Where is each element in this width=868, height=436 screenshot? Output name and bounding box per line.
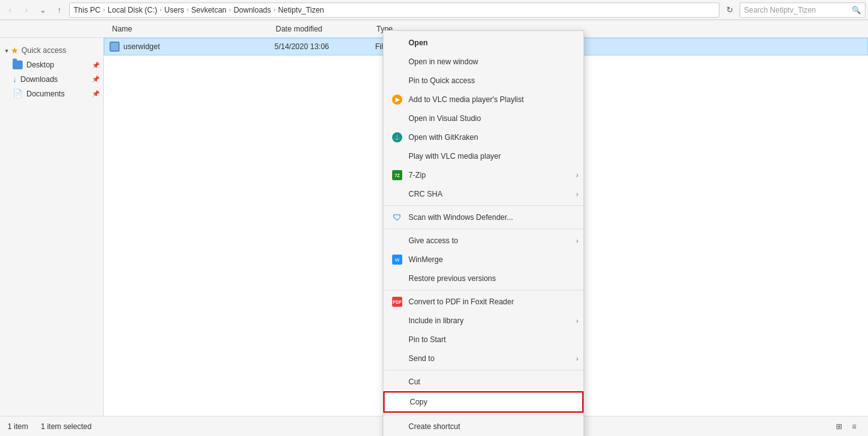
pin-icon-desktop: 📌 — [92, 62, 99, 69]
convert_pdf-label: Convert to PDF in Foxit Reader — [409, 297, 573, 306]
menu-separator-after-restore_versions — [383, 290, 583, 290]
menu-separator-after-copy — [383, 415, 583, 415]
breadcrumb-localdisk: Local Disk (C:) — [108, 6, 157, 14]
menu-item-cut[interactable]: Cut — [383, 372, 583, 391]
menu-item-add_vlc_playlist[interactable]: ▶Add to VLC media player's Playlist — [383, 90, 583, 109]
menu-item-open_visual_studio[interactable]: Open in Visual Studio — [383, 109, 583, 128]
sep2: › — [160, 6, 162, 13]
folder-icon-desktop — [13, 60, 23, 69]
pin-icon-documents: 📌 — [92, 90, 99, 97]
copy-icon — [392, 396, 405, 408]
pin_start-label: Pin to Start — [409, 335, 573, 344]
forward-button[interactable]: › — [19, 3, 34, 18]
menu-item-open_new_window[interactable]: Open in new window — [383, 52, 583, 71]
breadcrumb-sevketcan: Sevketcan — [191, 6, 227, 14]
menu-item-create_shortcut[interactable]: Create shortcut — [383, 417, 583, 436]
send_to-label: Send to — [409, 354, 573, 363]
send_to-submenu-arrow: › — [576, 355, 578, 362]
menu-item-crc_sha[interactable]: CRC SHA› — [383, 185, 583, 204]
pin-icon-downloads: 📌 — [92, 76, 99, 83]
back-button[interactable]: ‹ — [3, 3, 18, 18]
chevron-down-icon: ▾ — [5, 47, 8, 54]
search-bar[interactable]: Search Netiptv_Tizen 🔍 — [740, 3, 865, 18]
include_library-submenu-arrow: › — [576, 317, 578, 324]
sep4: › — [229, 6, 231, 13]
open_gitkraken-label: Open with GitKraken — [409, 133, 573, 142]
file-date: 5/14/2020 13:06 — [274, 42, 375, 51]
convert_pdf-icon: PDF — [391, 295, 403, 308]
menu-item-convert_pdf[interactable]: PDFConvert to PDF in Foxit Reader — [383, 292, 583, 311]
thumbnail-view-button[interactable]: ⊞ — [833, 420, 845, 433]
download-icon: ↓ — [13, 74, 17, 84]
crc_sha-icon — [391, 188, 403, 200]
restore_versions-label: Restore previous versions — [409, 274, 573, 283]
vlc-icon: ▶ — [392, 95, 402, 105]
open_visual_studio-icon — [391, 112, 403, 125]
menu-item-open[interactable]: Open — [383, 33, 583, 52]
create_shortcut-icon — [391, 420, 403, 433]
open_gitkraken-icon: ⚓ — [391, 131, 403, 144]
menu-item-restore_versions[interactable]: Restore previous versions — [383, 269, 583, 288]
quick-access-label: Quick access — [21, 46, 66, 55]
item-count: 1 item — [8, 422, 28, 431]
col-date[interactable]: Date modified — [271, 25, 371, 33]
menu-item-7zip[interactable]: 7Z7-Zip› — [383, 166, 583, 185]
file-name: userwidget — [123, 42, 274, 51]
sep3: › — [186, 6, 188, 13]
sidebar-item-desktop[interactable]: Desktop 📌 — [0, 58, 103, 72]
menu-item-play_vlc[interactable]: Play with VLC media player — [383, 147, 583, 166]
sidebar: ▾ ★ Quick access Desktop 📌 ↓ Downloads 📌… — [0, 38, 104, 416]
context-menu: OpenOpen in new windowPin to Quick acces… — [383, 30, 584, 436]
selected-count: 1 item selected — [41, 422, 92, 431]
open-label: Open — [409, 38, 573, 47]
play_vlc-icon — [391, 150, 403, 163]
menu-item-include_library[interactable]: Include in library› — [383, 311, 583, 330]
breadcrumb-current: Netiptv_Tizen — [278, 6, 324, 14]
7zip-icon: 7Z — [391, 169, 403, 181]
menu-item-scan_defender[interactable]: 🛡Scan with Windows Defender... — [383, 208, 583, 227]
crc_sha-submenu-arrow: › — [576, 190, 578, 198]
pin_start-icon — [391, 333, 403, 346]
7zip-icon: 7Z — [392, 170, 402, 180]
menu-item-send_to[interactable]: Send to› — [383, 349, 583, 368]
give_access-icon — [391, 234, 403, 247]
quick-access-header[interactable]: ▾ ★ Quick access — [0, 43, 103, 58]
crc_sha-label: CRC SHA — [409, 190, 573, 198]
address-bar[interactable]: This PC › Local Disk (C:) › Users › Sevk… — [69, 3, 719, 18]
sep1: › — [103, 6, 105, 13]
sidebar-label-downloads: Downloads — [21, 75, 58, 84]
menu-item-winmerge[interactable]: WWinMerge — [383, 250, 583, 269]
menu-item-give_access[interactable]: Give access to› — [383, 231, 583, 250]
7zip-submenu-arrow: › — [576, 171, 578, 179]
refresh-button[interactable]: ↻ — [722, 3, 737, 18]
menu-item-pin_quick_access[interactable]: Pin to Quick access — [383, 71, 583, 90]
file-icon-userwidget — [110, 42, 120, 52]
scan_defender-icon: 🛡 — [391, 211, 403, 224]
menu-item-pin_start[interactable]: Pin to Start — [383, 330, 583, 349]
sidebar-label-desktop: Desktop — [26, 60, 54, 69]
defender-shield-icon: 🛡 — [393, 212, 402, 222]
give_access-submenu-arrow: › — [576, 237, 578, 244]
title-bar: ‹ › ⌄ ↑ This PC › Local Disk (C:) › User… — [0, 0, 868, 20]
search-icon: 🔍 — [852, 6, 861, 14]
up-button[interactable]: ↑ — [52, 3, 67, 18]
recent-locations-button[interactable]: ⌄ — [35, 3, 50, 18]
sidebar-item-downloads[interactable]: ↓ Downloads 📌 — [0, 72, 103, 86]
col-name[interactable]: Name — [107, 25, 271, 33]
scan_defender-label: Scan with Windows Defender... — [409, 213, 573, 222]
menu-separator-after-send_to — [383, 370, 583, 370]
menu-separator-after-scan_defender — [383, 229, 583, 229]
copy-label: Copy — [410, 398, 572, 406]
open_new_window-icon — [391, 55, 403, 68]
create_shortcut-label: Create shortcut — [409, 422, 573, 431]
sidebar-item-documents[interactable]: 📄 Documents 📌 — [0, 86, 103, 101]
breadcrumb-downloads: Downloads — [234, 6, 271, 14]
list-view-button[interactable]: ≡ — [848, 420, 860, 433]
menu-item-open_gitkraken[interactable]: ⚓Open with GitKraken — [383, 128, 583, 147]
breadcrumb-users: Users — [164, 6, 184, 14]
winmerge-icon: W — [391, 253, 403, 266]
view-icons: ⊞ ≡ — [833, 420, 860, 433]
pin_quick_access-icon — [391, 74, 403, 87]
pin_quick_access-label: Pin to Quick access — [409, 76, 573, 85]
menu-item-copy[interactable]: Copy — [383, 391, 583, 413]
